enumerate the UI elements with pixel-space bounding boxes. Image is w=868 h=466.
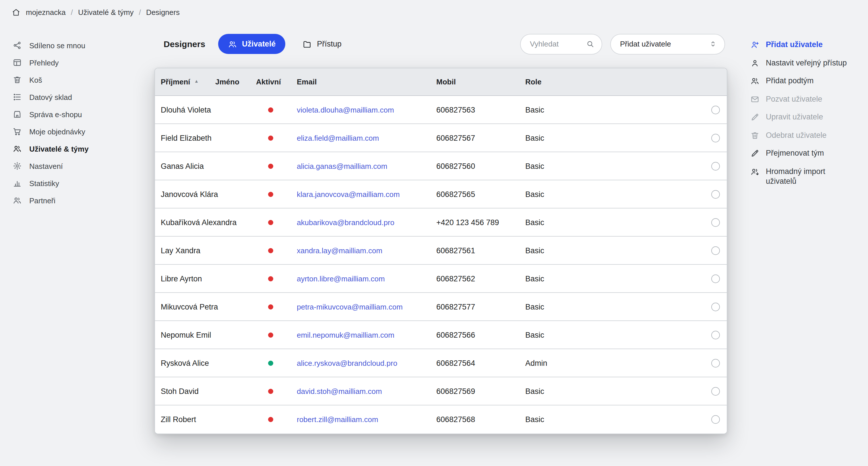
user-name: Stoh David [155,387,250,395]
action-button[interactable]: Přidat podtým [750,72,849,90]
role-value: Admin [520,359,704,367]
active-status-dot [268,107,273,112]
sidebar-item[interactable]: Nastavení [0,157,150,175]
database-icon [12,92,22,102]
action-button[interactable]: Odebrat uživatele [750,126,849,144]
search-icon[interactable] [586,40,595,48]
row-select-radio[interactable] [711,302,720,311]
table-row[interactable]: Stoh David david.stoh@mailliam.com 60682… [155,377,727,405]
sidebar-item[interactable]: Uživatelé & týmy [0,140,150,157]
sidebar-item[interactable]: Moje objednávky [0,123,150,140]
breadcrumb-item-current[interactable]: Designers [146,8,180,17]
search-box[interactable] [520,34,602,54]
row-select-radio[interactable] [711,133,720,142]
sidebar-item-label: Datový sklad [29,93,72,101]
row-select-radio[interactable] [711,105,720,114]
row-select-radio[interactable] [711,246,720,255]
table-row[interactable]: Janovcová Klára klara.janovcova@mailliam… [155,180,727,209]
action-button[interactable]: Nastavit veřejný přístup [750,54,849,72]
email-link[interactable]: akubarikova@brandcloud.pro [291,218,431,226]
column-header-firstname[interactable]: Jméno [210,77,250,86]
mobile-value: 606827566 [431,331,520,339]
table-row[interactable]: Zill Robert robert.zill@mailliam.com 606… [155,405,727,434]
sidebar-item-label: Přehledy [29,58,59,67]
breadcrumb: mojeznacka / Uživatelé & týmy / Designer… [11,8,180,17]
table-row[interactable]: Rysková Alice alice.ryskova@brandcloud.p… [155,349,727,377]
row-select-radio[interactable] [711,190,720,198]
table-row[interactable]: Libre Ayrton ayrton.libre@mailliam.com 6… [155,265,727,293]
sidebar-item[interactable]: Správa e-shopu [0,106,150,123]
active-status-dot [268,248,273,253]
action-button[interactable]: Upravit uživatele [750,108,849,126]
column-header-role[interactable]: Role [520,77,704,86]
sidebar-item[interactable]: Statistiky [0,175,150,192]
table-row[interactable]: Ganas Alicia alicia.ganas@mailliam.com 6… [155,152,727,180]
search-input[interactable] [529,39,586,49]
table-row[interactable]: Kubaříková Alexandra akubarikova@brandcl… [155,209,727,237]
sidebar-item[interactable]: Sdíleno se mnou [0,37,150,54]
sidebar-item-label: Správa e-shopu [29,110,82,119]
row-select-radio[interactable] [711,218,720,226]
table-row[interactable]: Lay Xandra xandra.lay@mailliam.com 60682… [155,237,727,265]
breadcrumb-item-users-teams[interactable]: Uživatelé & týmy [78,8,134,17]
action-button[interactable]: Přidat uživatele [750,36,849,54]
tab-access[interactable]: Přístup [297,34,347,54]
active-status-dot [268,135,273,141]
mobile-value: +420 123 456 789 [431,218,520,226]
breadcrumb-separator: / [139,8,141,17]
active-status-dot [268,304,273,309]
row-select-radio[interactable] [711,274,720,283]
row-select-radio[interactable] [711,162,720,170]
active-status-dot [268,220,273,225]
active-status-cell [250,332,291,337]
column-header-mobile[interactable]: Mobil [431,77,520,86]
user-name: Nepomuk Emil [155,331,250,339]
column-header-email[interactable]: Email [291,77,431,86]
row-select-radio[interactable] [711,387,720,395]
home-icon[interactable] [11,8,21,17]
action-label: Pozvat uživatele [766,94,823,104]
breadcrumb-item-root[interactable]: mojeznacka [26,8,66,17]
email-link[interactable]: alicia.ganas@mailliam.com [291,162,431,170]
email-link[interactable]: klara.janovcova@mailliam.com [291,190,431,198]
sidebar-item[interactable]: Datový sklad [0,88,150,106]
email-link[interactable]: xandra.lay@mailliam.com [291,246,431,255]
sidebar-item[interactable]: Partneři [0,192,150,209]
active-status-cell [250,248,291,253]
action-button[interactable]: Hromadný import uživatelů [750,162,849,191]
row-select-cell [704,359,727,367]
row-select-radio[interactable] [711,331,720,339]
mobile-value: 606827560 [431,162,520,170]
email-link[interactable]: petra-mikuvcova@mailliam.com [291,302,431,311]
action-button[interactable]: Pozvat uživatele [750,90,849,108]
mobile-value: 606827564 [431,359,520,367]
role-value: Basic [520,246,704,255]
sidebar-item[interactable]: Přehledy [0,54,150,71]
email-link[interactable]: robert.zill@mailliam.com [291,415,431,424]
action-button[interactable]: Přejmenovat tým [750,145,849,162]
email-link[interactable]: alice.ryskova@brandcloud.pro [291,359,431,367]
row-select-cell [704,246,727,255]
email-link[interactable]: david.stoh@mailliam.com [291,387,431,395]
tab-users[interactable]: Uživatelé [218,34,285,54]
row-select-radio[interactable] [711,359,720,367]
table-row[interactable]: Mikuvcová Petra petra-mikuvcova@mailliam… [155,293,727,321]
row-select-radio[interactable] [711,415,720,424]
email-link[interactable]: violeta.dlouha@mailliam.com [291,105,431,114]
row-select-cell [704,218,727,226]
column-header-active[interactable]: Aktivní [250,77,291,86]
table-row[interactable]: Field Elizabeth eliza.field@mailliam.com… [155,124,727,152]
active-status-cell [250,360,291,366]
active-status-dot [268,360,273,366]
table-row[interactable]: Dlouhá Violeta violeta.dlouha@mailliam.c… [155,96,727,124]
sidebar-item[interactable]: Koš [0,71,150,88]
email-link[interactable]: ayrton.libre@mailliam.com [291,274,431,283]
header-controls: Přidat uživatele [520,34,725,54]
add-user-select[interactable]: Přidat uživatele [610,34,725,54]
column-header-surname[interactable]: Příjmení ▲ [155,77,210,86]
email-link[interactable]: emil.nepomuk@mailliam.com [291,331,431,339]
email-link[interactable]: eliza.field@mailliam.com [291,133,431,142]
role-value: Basic [520,331,704,339]
active-status-dot [268,417,273,422]
table-row[interactable]: Nepomuk Emil emil.nepomuk@mailliam.com 6… [155,321,727,349]
